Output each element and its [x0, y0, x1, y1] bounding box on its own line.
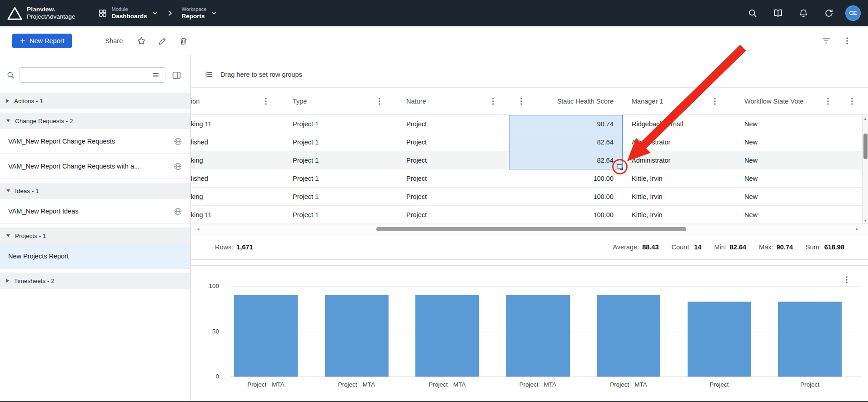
- cell[interactable]: Kittle, Irvin: [623, 188, 731, 205]
- home-link[interactable]: Planview. ProjectAdvantage: [7, 6, 75, 20]
- column-header-col-3[interactable]: [509, 88, 537, 114]
- collapse-sidebar-button[interactable]: [170, 69, 183, 82]
- column-menu-icon[interactable]: [849, 97, 855, 106]
- cell[interactable]: Project: [395, 188, 509, 205]
- column-header-static-health-score[interactable]: Static Health Score: [537, 88, 623, 114]
- sidebar-item-new-projects-report[interactable]: New Projects Report: [0, 244, 190, 269]
- cell[interactable]: 82.64: [537, 133, 623, 151]
- column-menu-icon[interactable]: [518, 97, 524, 106]
- column-menu-icon[interactable]: [263, 97, 269, 106]
- fill-handle[interactable]: [620, 167, 623, 170]
- cell[interactable]: 100.00: [537, 169, 623, 187]
- cell[interactable]: 100.00: [537, 188, 623, 205]
- chart-menu-button[interactable]: [838, 271, 855, 288]
- sidebar-section-projects-1[interactable]: Projects - 1: [0, 228, 190, 244]
- search-button[interactable]: [743, 4, 762, 22]
- table-row[interactable]: kingProject 1Project82.64AdministratorNe…: [191, 151, 868, 169]
- new-report-button[interactable]: New Report: [12, 34, 72, 48]
- vertical-scroll-thumb[interactable]: [863, 134, 868, 159]
- cell[interactable]: Project: [395, 115, 509, 133]
- filter-button[interactable]: [818, 32, 835, 50]
- column-header-ion[interactable]: ion: [191, 88, 282, 114]
- edit-button[interactable]: [154, 32, 171, 50]
- sidebar-section-timesheets-2[interactable]: Timesheets - 2: [0, 273, 190, 289]
- delete-button[interactable]: [175, 32, 192, 50]
- table-row[interactable]: lishedProject 1Project82.64Administrator…: [191, 133, 868, 151]
- horizontal-scroll-thumb[interactable]: [376, 227, 686, 231]
- cell[interactable]: Kittle, Irvin: [623, 169, 731, 187]
- cell[interactable]: Project 1: [282, 206, 395, 223]
- table-row[interactable]: king 11Project 1Project100.00Kittle, Irv…: [191, 206, 868, 224]
- cell[interactable]: New: [731, 206, 844, 223]
- workspace-switcher[interactable]: Workspace Reports: [176, 0, 223, 26]
- row-group-dropzone[interactable]: Drag here to set row groups: [191, 61, 868, 88]
- column-header-col-7[interactable]: [844, 88, 868, 114]
- cell[interactable]: Project 1: [282, 115, 395, 133]
- sidebar-item-vam-new-report-ideas[interactable]: VAM_New Report Ideas: [0, 199, 190, 224]
- scroll-left-arrow[interactable]: ◄: [196, 224, 200, 234]
- cell[interactable]: Administrator: [623, 133, 731, 151]
- cell[interactable]: king 11: [191, 206, 282, 223]
- refresh-button[interactable]: [820, 4, 838, 22]
- column-header-nature[interactable]: Nature: [395, 88, 509, 114]
- cell[interactable]: [509, 151, 537, 169]
- cell[interactable]: New: [731, 188, 844, 205]
- cell[interactable]: Ridgeback, Ernstl: [623, 115, 731, 133]
- share-button[interactable]: Share: [99, 37, 130, 45]
- search-menu-button[interactable]: [150, 69, 161, 81]
- cell[interactable]: New: [731, 151, 844, 169]
- cell[interactable]: king: [191, 188, 282, 205]
- column-menu-icon[interactable]: [490, 97, 496, 106]
- horizontal-scrollbar[interactable]: ◄ ►: [191, 224, 868, 234]
- cell[interactable]: Project 1: [282, 151, 395, 169]
- favorite-button[interactable]: [133, 32, 150, 50]
- scroll-right-arrow[interactable]: ►: [855, 224, 859, 234]
- report-search-input[interactable]: [24, 71, 150, 79]
- cell[interactable]: 100.00: [537, 206, 623, 223]
- cell[interactable]: Project: [395, 169, 509, 187]
- cell[interactable]: Project 1: [282, 133, 395, 151]
- cell[interactable]: lished: [191, 133, 282, 151]
- scroll-up-arrow[interactable]: ▲: [863, 117, 868, 121]
- cell[interactable]: 90.74: [537, 115, 623, 133]
- cell[interactable]: Project 1: [282, 169, 395, 187]
- cell[interactable]: New: [731, 115, 844, 133]
- cell[interactable]: New: [731, 169, 844, 187]
- column-header-workflow-state-vote[interactable]: Workflow State Vote: [731, 88, 844, 114]
- column-menu-icon[interactable]: [376, 97, 383, 106]
- cell[interactable]: Project: [395, 151, 509, 169]
- sidebar-item-vam-new-report-change-requests[interactable]: VAM_New Report Change Requests: [0, 129, 190, 154]
- cell[interactable]: [509, 169, 537, 187]
- column-header-manager-1[interactable]: Manager 1: [623, 88, 731, 114]
- cell[interactable]: Administrator: [623, 151, 731, 169]
- sidebar-section-ideas-1[interactable]: Ideas - 1: [0, 183, 190, 199]
- cell[interactable]: Project: [395, 133, 509, 151]
- more-options-button[interactable]: [838, 32, 856, 50]
- cell[interactable]: Project: [395, 206, 509, 223]
- cell[interactable]: 82.64: [537, 151, 623, 169]
- cell[interactable]: Project 1: [282, 188, 395, 205]
- help-button[interactable]: [769, 4, 787, 22]
- cell[interactable]: [509, 188, 537, 205]
- avatar[interactable]: CE: [845, 5, 861, 21]
- vertical-scrollbar[interactable]: ▲ ▼: [862, 115, 868, 224]
- column-menu-icon[interactable]: [712, 97, 718, 106]
- sidebar-item-vam-new-report-change-requests-with-a[interactable]: VAM_New Report Change Requests with a...: [0, 154, 190, 179]
- cell[interactable]: New: [731, 133, 844, 151]
- cell[interactable]: king 11: [191, 115, 282, 133]
- table-row[interactable]: lishedProject 1Project100.00Kittle, Irvi…: [191, 169, 868, 188]
- cell[interactable]: lished: [191, 169, 282, 187]
- table-row[interactable]: king 11Project 1Project90.74Ridgeback, E…: [191, 115, 868, 133]
- column-menu-icon[interactable]: [825, 97, 831, 106]
- cell[interactable]: [509, 133, 537, 151]
- notifications-button[interactable]: [794, 4, 813, 22]
- column-header-type[interactable]: Type: [282, 88, 395, 114]
- sidebar-section-change-requests-2[interactable]: Change Requests - 2: [0, 113, 190, 129]
- cell[interactable]: [509, 115, 537, 133]
- cell[interactable]: king: [191, 151, 282, 169]
- scroll-down-arrow[interactable]: ▼: [863, 218, 868, 223]
- module-switcher[interactable]: Module Dashboards: [93, 0, 164, 26]
- cell[interactable]: [509, 206, 537, 223]
- cell[interactable]: Kittle, Irvin: [623, 206, 731, 223]
- sidebar-section-actions-1[interactable]: Actions - 1: [0, 93, 190, 109]
